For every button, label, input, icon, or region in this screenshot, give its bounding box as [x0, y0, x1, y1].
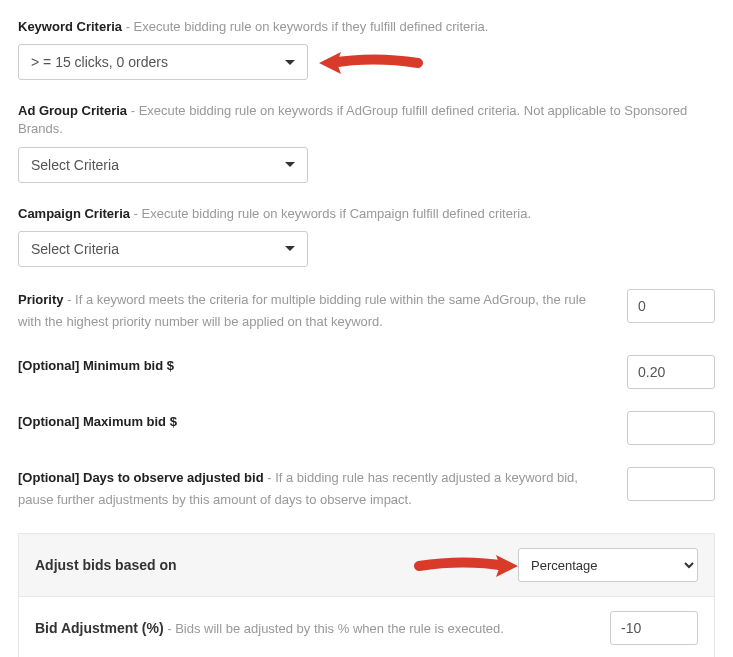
- keyword-criteria-section: Keyword Criteria - Execute bidding rule …: [18, 18, 715, 80]
- max-bid-label: [Optional] Maximum bid $: [18, 414, 177, 429]
- observe-days-input[interactable]: [627, 467, 715, 501]
- adjust-basis-select[interactable]: Percentage: [518, 548, 698, 582]
- adgroup-criteria-select[interactable]: Select Criteria: [18, 147, 308, 183]
- adgroup-criteria-value: Select Criteria: [31, 157, 119, 173]
- campaign-criteria-label: Campaign Criteria: [18, 206, 130, 221]
- priority-label: Priority: [18, 292, 64, 307]
- observe-days-row: [Optional] Days to observe adjusted bid …: [18, 467, 715, 511]
- keyword-criteria-label: Keyword Criteria: [18, 19, 122, 34]
- adjust-basis-row: Adjust bids based on Percentage: [18, 533, 715, 597]
- min-bid-input[interactable]: [627, 355, 715, 389]
- bid-adjustment-input[interactable]: [610, 611, 698, 645]
- max-bid-row: [Optional] Maximum bid $: [18, 411, 715, 445]
- caret-down-icon: [285, 162, 295, 167]
- caret-down-icon: [285, 246, 295, 251]
- priority-desc: - If a keyword meets the criteria for mu…: [18, 292, 586, 329]
- min-bid-label: [Optional] Minimum bid $: [18, 358, 174, 373]
- observe-days-label: [Optional] Days to observe adjusted bid: [18, 470, 264, 485]
- keyword-criteria-value: > = 15 clicks, 0 orders: [31, 54, 168, 70]
- adjust-basis-label: Adjust bids based on: [35, 557, 177, 573]
- keyword-criteria-select[interactable]: > = 15 clicks, 0 orders: [18, 44, 308, 80]
- adgroup-criteria-label: Ad Group Criteria: [18, 103, 127, 118]
- keyword-criteria-desc: - Execute bidding rule on keywords if th…: [122, 19, 488, 34]
- campaign-criteria-value: Select Criteria: [31, 241, 119, 257]
- bid-adjustment-desc: - Bids will be adjusted by this % when t…: [164, 621, 504, 636]
- max-bid-input[interactable]: [627, 411, 715, 445]
- priority-row: Priority - If a keyword meets the criter…: [18, 289, 715, 333]
- campaign-criteria-section: Campaign Criteria - Execute bidding rule…: [18, 205, 715, 267]
- bid-adjustment-label: Bid Adjustment (%): [35, 620, 164, 636]
- caret-down-icon: [285, 60, 295, 65]
- adgroup-criteria-section: Ad Group Criteria - Execute bidding rule…: [18, 102, 715, 182]
- campaign-criteria-select[interactable]: Select Criteria: [18, 231, 308, 267]
- priority-input[interactable]: [627, 289, 715, 323]
- campaign-criteria-desc: - Execute bidding rule on keywords if Ca…: [130, 206, 531, 221]
- annotation-arrow-icon: [313, 46, 423, 80]
- annotation-arrow-icon: [414, 549, 524, 583]
- min-bid-row: [Optional] Minimum bid $: [18, 355, 715, 389]
- bid-adjustment-row: Bid Adjustment (%) - Bids will be adjust…: [18, 597, 715, 657]
